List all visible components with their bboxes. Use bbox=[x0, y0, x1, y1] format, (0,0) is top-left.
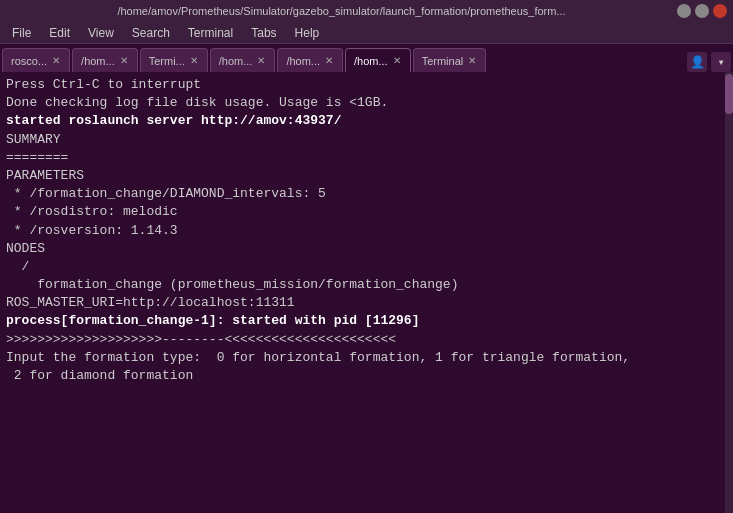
scrollbar-thumb[interactable] bbox=[725, 74, 733, 114]
tab-label-1: /hom... bbox=[81, 55, 115, 67]
minimize-button[interactable] bbox=[677, 4, 691, 18]
tab-0[interactable]: rosco... ✕ bbox=[2, 48, 70, 72]
menu-bar: File Edit View Search Terminal Tabs Help bbox=[0, 22, 733, 44]
terminal-line-8: PARAMETERS bbox=[6, 167, 727, 185]
app-window: /home/amov/Prometheus/Simulator/gazebo_s… bbox=[0, 0, 733, 513]
terminal-line-5: SUMMARY bbox=[6, 131, 727, 149]
tab-label-6: Terminal bbox=[422, 55, 464, 67]
tab-3[interactable]: /hom... ✕ bbox=[210, 48, 276, 72]
tab-close-1[interactable]: ✕ bbox=[119, 55, 129, 66]
menu-tabs[interactable]: Tabs bbox=[243, 24, 284, 42]
tab-close-3[interactable]: ✕ bbox=[256, 55, 266, 66]
terminal-line-20: >>>>>>>>>>>>>>>>>>>>--------<<<<<<<<<<<<… bbox=[6, 331, 727, 349]
tab-close-6[interactable]: ✕ bbox=[467, 55, 477, 66]
terminal-line-19: process[formation_change-1]: started wit… bbox=[6, 312, 727, 330]
terminal-line-0: Press Ctrl-C to interrupt bbox=[6, 76, 727, 94]
close-button[interactable] bbox=[713, 4, 727, 18]
terminal-line-10: * /rosdistro: melodic bbox=[6, 203, 727, 221]
tab-bar: rosco... ✕ /hom... ✕ Termi... ✕ /hom... … bbox=[0, 44, 733, 72]
tab-4[interactable]: /hom... ✕ bbox=[277, 48, 343, 72]
tab-label-0: rosco... bbox=[11, 55, 47, 67]
scrollbar[interactable] bbox=[725, 72, 733, 513]
tab-actions: 👤 ▾ bbox=[687, 52, 731, 72]
tab-6[interactable]: Terminal ✕ bbox=[413, 48, 487, 72]
tab-5[interactable]: /hom... ✕ bbox=[345, 48, 411, 72]
title-bar: /home/amov/Prometheus/Simulator/gazebo_s… bbox=[0, 0, 733, 22]
terminal-line-14: / bbox=[6, 258, 727, 276]
terminal-line-11: * /rosversion: 1.14.3 bbox=[6, 222, 727, 240]
terminal-line-15: formation_change (prometheus_mission/for… bbox=[6, 276, 727, 294]
terminal-line-3: started roslaunch server http://amov:439… bbox=[6, 112, 727, 130]
maximize-button[interactable] bbox=[695, 4, 709, 18]
terminal-line-17: ROS_MASTER_URI=http://localhost:11311 bbox=[6, 294, 727, 312]
terminal-line-1: Done checking log file disk usage. Usage… bbox=[6, 94, 727, 112]
tab-label-2: Termi... bbox=[149, 55, 185, 67]
menu-view[interactable]: View bbox=[80, 24, 122, 42]
tab-label-3: /hom... bbox=[219, 55, 253, 67]
tab-label-4: /hom... bbox=[286, 55, 320, 67]
title-text: /home/amov/Prometheus/Simulator/gazebo_s… bbox=[6, 5, 677, 17]
terminal-line-22: 2 for diamond formation bbox=[6, 367, 727, 385]
menu-terminal[interactable]: Terminal bbox=[180, 24, 241, 42]
menu-file[interactable]: File bbox=[4, 24, 39, 42]
scroll-tabs-button[interactable]: ▾ bbox=[711, 52, 731, 72]
tab-close-2[interactable]: ✕ bbox=[189, 55, 199, 66]
tab-label-5: /hom... bbox=[354, 55, 388, 67]
terminal-line-13: NODES bbox=[6, 240, 727, 258]
tab-close-4[interactable]: ✕ bbox=[324, 55, 334, 66]
tab-2[interactable]: Termi... ✕ bbox=[140, 48, 208, 72]
terminal-output[interactable]: Press Ctrl-C to interruptDone checking l… bbox=[0, 72, 733, 513]
tab-1[interactable]: /hom... ✕ bbox=[72, 48, 138, 72]
terminal-line-9: * /formation_change/DIAMOND_intervals: 5 bbox=[6, 185, 727, 203]
menu-search[interactable]: Search bbox=[124, 24, 178, 42]
tab-close-0[interactable]: ✕ bbox=[51, 55, 61, 66]
menu-help[interactable]: Help bbox=[287, 24, 328, 42]
terminal-line-6: ======== bbox=[6, 149, 727, 167]
window-controls bbox=[677, 4, 727, 18]
terminal-line-21: Input the formation type: 0 for horizont… bbox=[6, 349, 727, 367]
menu-edit[interactable]: Edit bbox=[41, 24, 78, 42]
new-tab-button[interactable]: 👤 bbox=[687, 52, 707, 72]
tab-close-5[interactable]: ✕ bbox=[392, 55, 402, 66]
